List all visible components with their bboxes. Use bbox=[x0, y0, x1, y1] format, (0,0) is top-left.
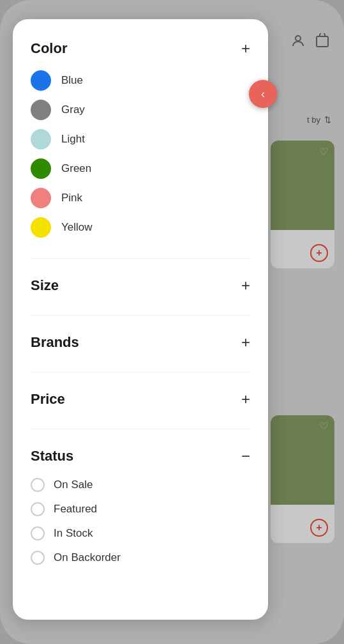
color-section-header: Color + bbox=[31, 40, 250, 57]
color-item-green[interactable]: Green bbox=[31, 158, 250, 179]
size-section-header: Size + bbox=[31, 277, 250, 295]
add-to-cart-btn-1[interactable]: + bbox=[310, 244, 328, 262]
price-section: Price + bbox=[31, 390, 250, 408]
price-section-title: Price bbox=[31, 391, 65, 408]
size-toggle-btn[interactable]: + bbox=[241, 277, 250, 295]
color-swatch-blue bbox=[31, 70, 51, 91]
divider-1 bbox=[31, 258, 250, 259]
back-button[interactable]: ‹ bbox=[249, 80, 277, 108]
size-section-title: Size bbox=[31, 277, 59, 294]
color-label-yellow: Yellow bbox=[61, 221, 93, 234]
brands-section: Brands + bbox=[31, 334, 250, 351]
back-chevron-icon: ‹ bbox=[261, 88, 265, 101]
status-radio-featured bbox=[31, 502, 45, 516]
status-label-on-backorder: On Backorder bbox=[54, 551, 121, 564]
color-item-light[interactable]: Light bbox=[31, 129, 250, 150]
price-toggle-btn[interactable]: + bbox=[241, 390, 250, 408]
top-icons bbox=[289, 32, 331, 50]
color-section: Color + Blue Gray Light Green bbox=[31, 40, 250, 238]
divider-3 bbox=[31, 372, 250, 372]
cart-icon bbox=[313, 32, 331, 50]
color-label-pink: Pink bbox=[61, 192, 82, 204]
sort-label: t by bbox=[307, 115, 320, 125]
price-section-header: Price + bbox=[31, 390, 250, 408]
color-label-gray: Gray bbox=[61, 103, 85, 116]
product-card-1: ♡ + bbox=[271, 141, 334, 268]
status-label-on-sale: On Sale bbox=[54, 479, 93, 491]
sort-icon: ⇅ bbox=[324, 115, 331, 125]
color-item-blue[interactable]: Blue bbox=[31, 70, 250, 91]
svg-rect-1 bbox=[317, 36, 328, 47]
add-to-cart-btn-2[interactable]: + bbox=[310, 519, 328, 537]
color-list: Blue Gray Light Green Pink bbox=[31, 70, 250, 238]
color-swatch-gray bbox=[31, 100, 51, 120]
color-label-green: Green bbox=[61, 162, 91, 175]
status-item-on-backorder[interactable]: On Backorder bbox=[31, 551, 250, 565]
color-swatch-yellow bbox=[31, 217, 51, 238]
color-item-pink[interactable]: Pink bbox=[31, 188, 250, 208]
color-swatch-pink bbox=[31, 188, 51, 208]
status-toggle-btn[interactable]: − bbox=[241, 447, 250, 465]
color-swatch-green bbox=[31, 158, 51, 179]
status-radio-in-stock bbox=[31, 526, 45, 540]
color-section-title: Color bbox=[31, 40, 67, 57]
wishlist-icon-2: ♡ bbox=[319, 420, 328, 433]
sort-by-area: t by ⇅ bbox=[307, 115, 331, 125]
color-swatch-light bbox=[31, 129, 51, 150]
color-label-light: Light bbox=[61, 133, 85, 146]
status-section: Status − On Sale Featured In Stock bbox=[31, 447, 250, 565]
phone-container: t by ⇅ ♡ + ♡ + Color + Blue bbox=[0, 0, 344, 644]
svg-point-0 bbox=[295, 36, 301, 41]
status-section-header: Status − bbox=[31, 447, 250, 465]
status-radio-on-backorder bbox=[31, 551, 45, 565]
size-section: Size + bbox=[31, 277, 250, 295]
status-section-title: Status bbox=[31, 448, 73, 464]
brands-toggle-btn[interactable]: + bbox=[241, 334, 250, 351]
color-toggle-btn[interactable]: + bbox=[241, 40, 250, 57]
status-item-on-sale[interactable]: On Sale bbox=[31, 478, 250, 492]
divider-4 bbox=[31, 429, 250, 429]
brands-section-header: Brands + bbox=[31, 334, 250, 351]
color-item-gray[interactable]: Gray bbox=[31, 100, 250, 120]
brands-section-title: Brands bbox=[31, 334, 79, 351]
status-label-in-stock: In Stock bbox=[54, 527, 93, 540]
status-list: On Sale Featured In Stock On Backorder bbox=[31, 478, 250, 565]
filter-panel: Color + Blue Gray Light Green bbox=[13, 19, 268, 620]
divider-2 bbox=[31, 315, 250, 316]
status-item-in-stock[interactable]: In Stock bbox=[31, 526, 250, 540]
status-radio-on-sale bbox=[31, 478, 45, 492]
product-card-2: ♡ + bbox=[271, 415, 334, 543]
status-item-featured[interactable]: Featured bbox=[31, 502, 250, 516]
color-item-yellow[interactable]: Yellow bbox=[31, 217, 250, 238]
account-icon bbox=[289, 32, 307, 50]
status-label-featured: Featured bbox=[54, 503, 97, 516]
color-label-blue: Blue bbox=[61, 74, 83, 87]
wishlist-icon-1: ♡ bbox=[319, 146, 328, 158]
